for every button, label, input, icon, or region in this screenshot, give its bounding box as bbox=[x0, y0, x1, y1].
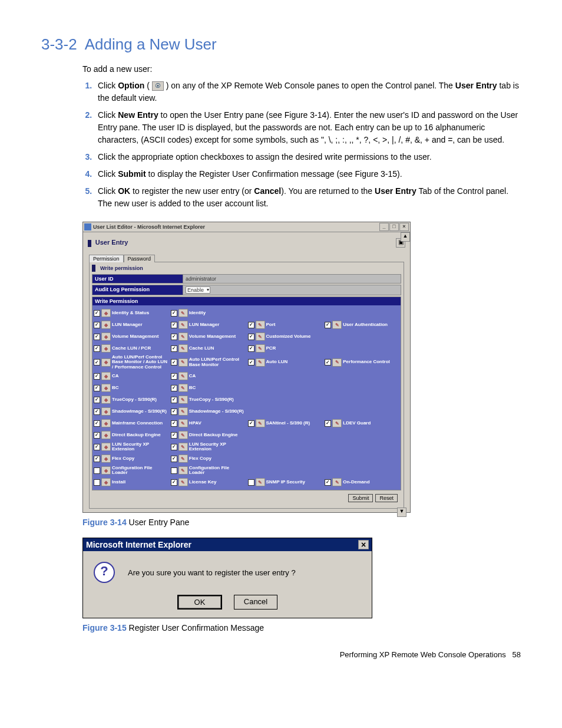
permission-checkbox[interactable] bbox=[325, 322, 331, 328]
permission-cell[interactable]: ◆Identity & Status bbox=[94, 308, 168, 318]
permission-checkbox[interactable] bbox=[94, 310, 100, 317]
permission-cell[interactable]: ◆LUN Manager bbox=[94, 319, 168, 330]
permission-cell[interactable]: ✎Auto LUN bbox=[248, 355, 323, 370]
submit-button[interactable]: Submit bbox=[348, 494, 373, 502]
permission-icon: ✎ bbox=[256, 321, 265, 329]
permission-checkbox[interactable] bbox=[94, 409, 100, 415]
permission-cell[interactable]: ◆Mainframe Connection bbox=[94, 418, 168, 429]
permission-checkbox[interactable] bbox=[171, 322, 177, 328]
permission-cell[interactable]: ✎ShadowImage - S/390(R) bbox=[171, 406, 246, 417]
permission-checkbox[interactable] bbox=[248, 345, 254, 352]
permission-cell[interactable]: ✎Identity bbox=[171, 308, 246, 318]
permission-checkbox[interactable] bbox=[94, 359, 100, 365]
tab-password[interactable]: Password bbox=[124, 255, 156, 262]
permission-checkbox[interactable] bbox=[171, 444, 177, 450]
permission-checkbox[interactable] bbox=[171, 373, 177, 380]
dialog-close-button[interactable]: × bbox=[358, 540, 369, 549]
permission-cell[interactable]: ◆BC bbox=[94, 383, 168, 393]
permission-checkbox[interactable] bbox=[171, 359, 177, 365]
permission-checkbox[interactable] bbox=[171, 385, 177, 391]
permission-cell[interactable]: ◆Cache LUN / PCR bbox=[94, 343, 168, 354]
permission-checkbox[interactable] bbox=[325, 359, 331, 365]
permission-checkbox[interactable] bbox=[171, 420, 177, 427]
dialog-ok-button[interactable]: OK bbox=[177, 595, 222, 610]
permission-label: BC bbox=[112, 386, 119, 390]
permission-cell[interactable]: ✎Cache LUN bbox=[171, 343, 246, 354]
permission-checkbox[interactable] bbox=[94, 444, 100, 450]
permission-cell[interactable]: ✎License Key bbox=[171, 477, 246, 487]
permission-checkbox[interactable] bbox=[94, 373, 100, 380]
permission-cell[interactable]: ◆Install bbox=[94, 477, 168, 487]
permission-cell[interactable]: ✎HPAV bbox=[171, 418, 246, 429]
permission-checkbox[interactable] bbox=[248, 420, 254, 427]
tab-permission[interactable]: Permission bbox=[89, 255, 124, 262]
permission-cell[interactable]: ✎Direct Backup Engine bbox=[171, 430, 246, 440]
permission-cell[interactable]: ✎CA bbox=[171, 371, 246, 381]
permission-checkbox[interactable] bbox=[94, 479, 100, 486]
permission-label: ShadowImage - S/390(R) bbox=[112, 409, 167, 414]
permission-checkbox[interactable] bbox=[171, 409, 177, 415]
permission-cell[interactable]: ✎TrueCopy - S/390(R) bbox=[171, 394, 246, 405]
scroll-down-button[interactable]: ▼ bbox=[397, 508, 406, 517]
permission-checkbox[interactable] bbox=[325, 420, 331, 427]
permission-cell[interactable]: ✎Port bbox=[248, 319, 323, 330]
permission-checkbox[interactable] bbox=[94, 345, 100, 352]
permission-cell[interactable]: ◆ShadowImage - S/390(R) bbox=[94, 406, 168, 417]
audit-log-select[interactable]: Enable bbox=[186, 286, 210, 294]
permission-cell[interactable]: ◆Configuration File Loader bbox=[94, 465, 168, 476]
permission-cell[interactable]: ✎SNMP IP Security bbox=[248, 477, 323, 487]
permission-cell[interactable]: ◆Volume Management bbox=[94, 331, 168, 342]
reset-button[interactable]: Reset bbox=[375, 494, 398, 502]
permission-cell[interactable]: ◆TrueCopy - S/390(R) bbox=[94, 394, 168, 405]
permission-cell[interactable]: ◆Flex Copy bbox=[94, 453, 168, 464]
permission-icon: ◆ bbox=[101, 372, 111, 380]
permission-checkbox[interactable] bbox=[94, 397, 100, 403]
scroll-up-button[interactable]: ▲ bbox=[401, 232, 410, 242]
permission-checkbox[interactable] bbox=[94, 385, 100, 391]
permission-cell[interactable]: ✎Customized Volume bbox=[248, 331, 323, 342]
permission-checkbox[interactable] bbox=[325, 479, 331, 486]
permission-cell[interactable]: ✎On-Demand bbox=[325, 477, 399, 487]
permission-cell[interactable]: ◆Auto LUN/Perf Control Base Monitor / Au… bbox=[94, 355, 168, 370]
permission-checkbox[interactable] bbox=[171, 479, 177, 486]
permission-cell[interactable]: ◆CA bbox=[94, 371, 168, 381]
permission-cell[interactable]: ✎Volume Management bbox=[171, 331, 246, 342]
permission-checkbox[interactable] bbox=[94, 432, 100, 439]
permission-icon: ✎ bbox=[256, 358, 265, 367]
permission-checkbox[interactable] bbox=[248, 479, 254, 486]
permission-cell[interactable]: ✎Configuration File Loader bbox=[171, 465, 246, 476]
permission-checkbox[interactable] bbox=[171, 310, 177, 317]
confirm-dialog: Microsoft Internet Explorer × ? Are you … bbox=[82, 538, 372, 618]
permission-cell[interactable]: ✎Performance Control bbox=[325, 355, 399, 370]
permission-icon: ◆ bbox=[101, 478, 111, 486]
permission-cell[interactable]: ✎User Authentication bbox=[325, 319, 399, 330]
maximize-button[interactable]: □ bbox=[389, 223, 399, 231]
permission-checkbox[interactable] bbox=[94, 334, 100, 340]
permission-cell[interactable]: ✎Auto LUN/Perf Control Base Monitor bbox=[171, 355, 246, 370]
permission-cell[interactable]: ✎LDEV Guard bbox=[325, 418, 399, 429]
permission-checkbox[interactable] bbox=[171, 334, 177, 340]
permission-cell[interactable]: ✎LUN Manager bbox=[171, 319, 246, 330]
permission-checkbox[interactable] bbox=[248, 334, 254, 340]
permission-checkbox[interactable] bbox=[94, 456, 100, 462]
permission-cell[interactable]: ✎Flex Copy bbox=[171, 453, 246, 464]
permission-cell[interactable]: ✎LUN Security XP Extension bbox=[171, 442, 246, 452]
permission-cell[interactable]: ✎SANtinel - S/390 (R) bbox=[248, 418, 323, 429]
permission-checkbox[interactable] bbox=[171, 397, 177, 403]
permission-cell[interactable]: ◆Direct Backup Engine bbox=[94, 430, 168, 440]
permission-cell[interactable]: ◆LUN Security XP Extension bbox=[94, 442, 168, 452]
permission-checkbox[interactable] bbox=[171, 345, 177, 352]
permission-checkbox[interactable] bbox=[94, 420, 100, 427]
permission-checkbox[interactable] bbox=[171, 432, 177, 439]
minimize-button[interactable]: _ bbox=[379, 223, 389, 231]
permission-cell[interactable]: ✎PCR bbox=[248, 343, 323, 354]
permission-checkbox[interactable] bbox=[171, 467, 177, 474]
permission-checkbox[interactable] bbox=[248, 359, 254, 365]
dialog-cancel-button[interactable]: Cancel bbox=[234, 595, 277, 610]
permission-cell[interactable]: ✎BC bbox=[171, 383, 246, 393]
close-button[interactable]: × bbox=[399, 223, 409, 231]
permission-checkbox[interactable] bbox=[94, 467, 100, 474]
permission-checkbox[interactable] bbox=[171, 456, 177, 462]
permission-checkbox[interactable] bbox=[248, 322, 254, 328]
permission-checkbox[interactable] bbox=[94, 322, 100, 328]
